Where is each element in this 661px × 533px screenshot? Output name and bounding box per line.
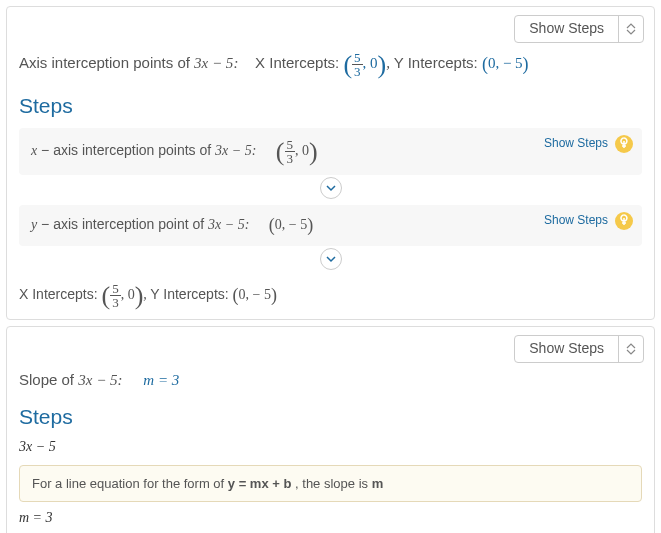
chevron-down-icon: [325, 184, 337, 192]
slope-final: m = 3: [19, 510, 642, 526]
hint-mid: , the slope is: [295, 476, 372, 491]
show-steps-button[interactable]: Show Steps: [514, 15, 644, 43]
yint-label: Y Intercepts:: [394, 54, 478, 71]
step-expression: 3x − 5: [19, 439, 642, 455]
steps-heading: Steps: [19, 94, 642, 118]
key-icon[interactable]: [614, 134, 634, 154]
result-ylabel: Y Intercepts:: [150, 286, 228, 302]
x-expr: 3x − 5: [215, 143, 252, 158]
slope-hint-box: For a line equation for the form of y = …: [19, 465, 642, 502]
y-var: y: [31, 217, 37, 232]
result-yvalue: (0, − 5): [233, 287, 277, 302]
expand-x-step[interactable]: [19, 177, 642, 199]
x-text: − axis interception points of: [41, 142, 215, 158]
y-text: − axis interception point of: [41, 216, 208, 232]
intercepts-result-line: X Intercepts: (53, 0), Y Intercepts: (0,…: [19, 282, 642, 309]
yint-value: (0, − 5): [482, 55, 529, 71]
show-steps-label: Show Steps: [515, 336, 618, 362]
y-axis-step-box: Show Steps y − axis interception point o…: [19, 205, 642, 246]
x-result: (53, 0): [276, 143, 318, 158]
hint-prefix: For a line equation for the form of: [32, 476, 228, 491]
slope-expr: 3x − 5: [78, 372, 117, 388]
slope-section: Show Steps Slope of 3x − 5: m = 3 Steps …: [6, 326, 655, 533]
updown-chevrons-icon: [618, 336, 643, 362]
title-prefix: Axis interception points of: [19, 54, 194, 71]
hint-m: m: [372, 476, 384, 491]
chevron-down-icon: [325, 255, 337, 263]
title-expr: 3x − 5: [194, 55, 233, 71]
xint-value: (53, 0): [343, 55, 386, 71]
y-expr: 3x − 5: [208, 217, 245, 232]
section-title: Axis interception points of 3x − 5: X In…: [19, 51, 642, 78]
x-var: x: [31, 143, 37, 158]
steps-heading: Steps: [19, 405, 642, 429]
axis-intercepts-section: Show Steps Axis interception points of 3…: [6, 6, 655, 320]
show-steps-link[interactable]: Show Steps: [544, 213, 608, 227]
show-steps-button[interactable]: Show Steps: [514, 335, 644, 363]
key-icon[interactable]: [614, 211, 634, 231]
show-steps-label: Show Steps: [515, 16, 618, 42]
slope-prefix: Slope of: [19, 371, 78, 388]
xint-label: X Intercepts:: [255, 54, 339, 71]
show-steps-link[interactable]: Show Steps: [544, 136, 608, 150]
result-xvalue: (53, 0): [101, 287, 143, 302]
slope-result: m = 3: [143, 372, 179, 388]
hint-formula: y = mx + b: [228, 476, 292, 491]
y-result: (0, − 5): [269, 217, 313, 232]
x-axis-step-box: Show Steps x − axis interception points …: [19, 128, 642, 175]
slope-title: Slope of 3x − 5: m = 3: [19, 371, 642, 389]
updown-chevrons-icon: [618, 16, 643, 42]
expand-y-step[interactable]: [19, 248, 642, 270]
result-xlabel: X Intercepts:: [19, 286, 98, 302]
